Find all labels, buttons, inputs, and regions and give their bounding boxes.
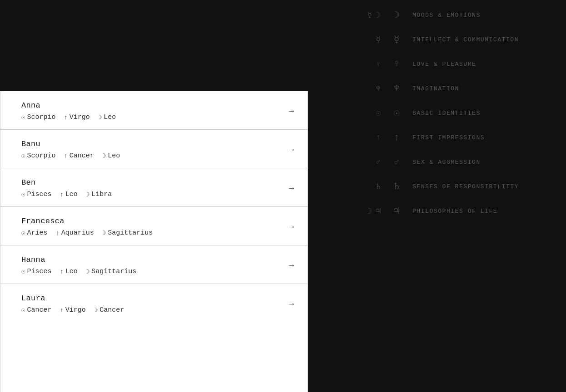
row-arrow-icon: → <box>289 184 294 193</box>
category-row[interactable]: ☿☽☽MOODS & EMOTIONS <box>335 3 552 27</box>
rising-sign: ↑ Leo <box>60 268 77 275</box>
sun-icon: ☉ <box>21 306 25 314</box>
category-row[interactable]: ♂♂SEX & AGGRESSION <box>335 150 552 174</box>
planet-icon: ♂ <box>376 157 381 167</box>
moon-sign: ☽ Leo <box>98 113 116 121</box>
moon-sign: ☽ Sagittarius <box>102 229 153 237</box>
person-row[interactable]: Hanna☉ Pisces↑ Leo☽ Sagittarius→ <box>0 245 308 284</box>
rising-icon: ↑ <box>64 114 67 121</box>
category-main-glyph: ☉ <box>390 107 403 119</box>
moon-icon: ☽ <box>86 191 89 198</box>
planet-icon: ☽ <box>367 206 372 216</box>
moon-sign: ☽ Libra <box>86 191 112 198</box>
category-label: FIRST IMPRESSIONS <box>412 134 485 141</box>
category-planet-icons: ☿ <box>335 34 381 44</box>
category-row[interactable]: ☽♃♃PHILOSOPHIES OF LIFE <box>335 199 552 223</box>
category-planet-icons: ☽♃ <box>335 206 381 216</box>
moon-icon: ☽ <box>98 113 102 121</box>
person-info: Hanna☉ Pisces↑ Leo☽ Sagittarius <box>21 255 136 275</box>
person-name: Francesca <box>21 217 153 225</box>
rising-icon: ↑ <box>55 230 59 237</box>
person-info: Anna☉ Scorpio↑ Virgo☽ Leo <box>21 101 116 121</box>
moon-sign: ☽ Cancer <box>94 306 124 314</box>
person-info: Ben☉ Pisces↑ Leo☽ Libra <box>21 178 112 198</box>
planet-icon: ♀ <box>376 59 381 69</box>
person-row[interactable]: Anna☉ Scorpio↑ Virgo☽ Leo→ <box>0 91 308 130</box>
planet-icon: ↑ <box>376 133 381 142</box>
sun-icon: ☉ <box>21 268 25 275</box>
category-main-glyph: ♄ <box>390 181 403 193</box>
person-name: Anna <box>21 101 116 110</box>
category-main-glyph: ♀ <box>390 59 403 70</box>
sun-icon: ☉ <box>21 152 25 160</box>
rising-sign: ↑ Cancer <box>64 152 94 160</box>
sun-sign: ☉ Cancer <box>21 306 51 314</box>
planet-icon: ☿ <box>367 10 372 20</box>
rising-sign: ↑ Virgo <box>64 113 89 121</box>
category-planet-icons: ♀ <box>335 59 381 69</box>
category-label: LOVE & PLEASURE <box>412 61 476 68</box>
moon-sign: ☽ Leo <box>102 152 120 160</box>
person-signs: ☉ Scorpio↑ Virgo☽ Leo <box>21 113 116 121</box>
category-label: MOODS & EMOTIONS <box>412 12 481 19</box>
sun-sign: ☉ Scorpio <box>21 113 55 121</box>
person-name: Laura <box>21 294 124 303</box>
rising-icon: ↑ <box>60 268 63 275</box>
person-row[interactable]: Ben☉ Pisces↑ Leo☽ Libra→ <box>0 168 308 207</box>
categories-panel: ☿☽☽MOODS & EMOTIONS☿☿INTELLECT & COMMUNI… <box>308 0 566 392</box>
person-signs: ☉ Aries↑ Aquarius☽ Sagittarius <box>21 229 153 237</box>
category-row[interactable]: ♆♆IMAGINATION <box>335 76 552 101</box>
category-planet-icons: ♄ <box>335 181 381 191</box>
category-row[interactable]: ♀♀LOVE & PLEASURE <box>335 52 552 76</box>
moon-icon: ☽ <box>86 268 89 275</box>
category-main-glyph: ☽ <box>390 9 403 21</box>
person-name: Hanna <box>21 255 136 264</box>
planet-icon: ♃ <box>376 206 381 216</box>
rising-icon: ↑ <box>64 152 67 160</box>
person-row[interactable]: Banu☉ Scorpio↑ Cancer☽ Leo→ <box>0 130 308 168</box>
person-row[interactable]: Francesca☉ Aries↑ Aquarius☽ Sagittarius→ <box>0 207 308 245</box>
people-list: Anna☉ Scorpio↑ Virgo☽ Leo→Banu☉ Scorpio↑… <box>0 91 308 392</box>
person-row[interactable]: Laura☉ Cancer↑ Virgo☽ Cancer→ <box>0 284 308 322</box>
category-label: BASIC IDENTITIES <box>412 110 481 117</box>
row-arrow-icon: → <box>289 107 294 116</box>
category-main-glyph: ♃ <box>390 205 403 217</box>
person-signs: ☉ Cancer↑ Virgo☽ Cancer <box>21 306 124 314</box>
category-main-glyph: ♆ <box>390 83 403 95</box>
person-name: Banu <box>21 140 120 148</box>
person-signs: ☉ Pisces↑ Leo☽ Sagittarius <box>21 268 136 275</box>
category-row[interactable]: ↑↑FIRST IMPRESSIONS <box>335 125 552 150</box>
category-row[interactable]: ♄♄SENSES OF RESPONSIBILITIY <box>335 174 552 199</box>
row-arrow-icon: → <box>289 222 294 231</box>
planet-icon: ☽ <box>376 10 381 20</box>
planet-icon: ☿ <box>376 34 381 44</box>
sun-sign: ☉ Pisces <box>21 191 51 198</box>
person-name: Ben <box>21 178 112 187</box>
person-signs: ☉ Scorpio↑ Cancer☽ Leo <box>21 152 120 160</box>
category-main-glyph: ↑ <box>390 132 403 143</box>
planet-icon: ♄ <box>376 181 381 191</box>
category-row[interactable]: ☉☉BASIC IDENTITIES <box>335 101 552 125</box>
row-arrow-icon: → <box>289 261 294 270</box>
sun-icon: ☉ <box>21 191 25 198</box>
rising-sign: ↑ Virgo <box>60 306 85 314</box>
row-arrow-icon: → <box>289 299 294 309</box>
sun-sign: ☉ Scorpio <box>21 152 55 160</box>
row-arrow-icon: → <box>289 145 294 154</box>
category-planet-icons: ♂ <box>335 157 381 167</box>
rising-sign: ↑ Leo <box>60 191 77 198</box>
category-label: SEX & AGGRESSION <box>412 159 481 166</box>
person-info: Laura☉ Cancer↑ Virgo☽ Cancer <box>21 294 124 314</box>
rising-icon: ↑ <box>60 307 63 314</box>
moon-sign: ☽ Sagittarius <box>86 268 136 275</box>
category-label: IMAGINATION <box>412 85 459 92</box>
person-info: Francesca☉ Aries↑ Aquarius☽ Sagittarius <box>21 217 153 237</box>
sun-icon: ☉ <box>21 229 25 237</box>
category-planet-icons: ☉ <box>335 108 381 118</box>
planet-icon: ☉ <box>376 108 381 118</box>
category-label: INTELLECT & COMMUNICATION <box>412 36 519 43</box>
moon-icon: ☽ <box>102 229 106 237</box>
moon-icon: ☽ <box>94 306 98 314</box>
category-row[interactable]: ☿☿INTELLECT & COMMUNICATION <box>335 27 552 52</box>
category-label: PHILOSOPHIES OF LIFE <box>412 208 497 215</box>
